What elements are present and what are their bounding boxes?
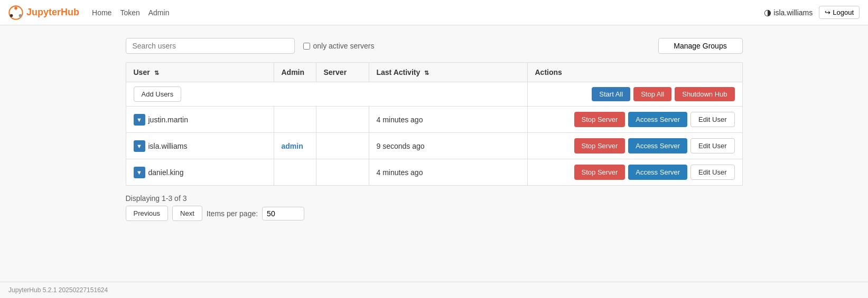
activity-cell-2: 4 minutes ago	[369, 159, 527, 186]
username-1: isla.williams	[148, 142, 188, 150]
pagination-section: Displaying 1-3 of 3 Previous Next Items …	[126, 194, 743, 221]
admin-cell-0	[274, 107, 316, 133]
activity-sort-icon[interactable]: ⇅	[424, 70, 429, 76]
table-row: ▼ isla.williams admin 9 seconds ago Stop…	[126, 133, 742, 159]
user-cell-inner-0: ▼ justin.martin	[134, 114, 266, 126]
add-users-button[interactable]: Add Users	[134, 86, 182, 102]
col-header-activity: Last Activity ⇅	[369, 63, 527, 82]
navbar-right: ◑ isla.williams ↪ Logout	[764, 6, 860, 19]
brand-link[interactable]: JupyterHub	[8, 5, 79, 20]
svg-point-2	[19, 14, 22, 17]
svg-point-1	[14, 6, 17, 9]
col-header-server: Server	[316, 63, 369, 82]
server-cell-0	[316, 107, 369, 133]
toolbar-row: only active servers Manage Groups	[126, 38, 743, 54]
access-server-button-1[interactable]: Access Server	[628, 138, 687, 153]
table-row: ▼ justin.martin 4 minutes ago Stop Serve…	[126, 107, 742, 133]
start-all-button[interactable]: Start All	[592, 87, 630, 101]
previous-button[interactable]: Previous	[126, 206, 169, 221]
username-display: isla.williams	[773, 8, 813, 17]
nav-links: Home Token Admin	[92, 8, 169, 17]
jupyterhub-logo-icon	[8, 5, 23, 20]
search-input[interactable]	[126, 38, 295, 54]
access-server-button-0[interactable]: Access Server	[628, 112, 687, 127]
user-sort-icon[interactable]: ⇅	[154, 70, 159, 76]
display-count: Displaying 1-3 of 3	[126, 194, 743, 203]
manage-groups-label: Manage Groups	[674, 42, 726, 50]
active-servers-filter[interactable]: only active servers	[303, 42, 375, 50]
navbar: JupyterHub Home Token Admin ◑ isla.willi…	[0, 0, 868, 25]
nav-admin[interactable]: Admin	[148, 8, 170, 17]
user-dropdown-btn-1[interactable]: ▼	[134, 140, 145, 152]
server-cell-1	[316, 133, 369, 159]
active-servers-checkbox[interactable]	[303, 43, 310, 50]
admin-badge-1: admin	[282, 142, 303, 150]
logout-button[interactable]: ↪ Logout	[819, 6, 860, 19]
logout-icon: ↪	[825, 8, 830, 16]
edit-user-button-0[interactable]: Edit User	[690, 112, 734, 127]
table-actions-row: Add Users Start All Stop All Shutdown Hu…	[126, 82, 742, 107]
user-cell-1: ▼ isla.williams	[126, 133, 274, 159]
row-actions-2: Stop Server Access Server Edit User	[535, 165, 735, 180]
admin-cell-2	[274, 159, 316, 186]
logout-label: Logout	[833, 8, 854, 16]
row-actions-cell-2: Stop Server Access Server Edit User	[527, 159, 742, 186]
next-button[interactable]: Next	[172, 206, 202, 221]
nav-token[interactable]: Token	[120, 8, 139, 17]
activity-cell-0: 4 minutes ago	[369, 107, 527, 133]
stop-server-button-2[interactable]: Stop Server	[574, 165, 626, 180]
stop-all-button[interactable]: Stop All	[633, 87, 671, 101]
edit-user-button-1[interactable]: Edit User	[690, 138, 734, 153]
edit-user-button-2[interactable]: Edit User	[690, 165, 734, 180]
nav-home[interactable]: Home	[92, 8, 111, 17]
row-actions-cell-0: Stop Server Access Server Edit User	[527, 107, 742, 133]
stop-server-button-0[interactable]: Stop Server	[574, 112, 626, 127]
shutdown-hub-button[interactable]: Shutdown Hub	[675, 87, 734, 101]
row-actions-0: Stop Server Access Server Edit User	[535, 112, 735, 127]
server-cell-2	[316, 159, 369, 186]
user-cell-2: ▼ daniel.king	[126, 159, 274, 186]
activity-cell-1: 9 seconds ago	[369, 133, 527, 159]
user-dropdown-btn-0[interactable]: ▼	[134, 114, 145, 126]
user-cell-0: ▼ justin.martin	[126, 107, 274, 133]
stop-server-button-1[interactable]: Stop Server	[574, 138, 626, 153]
user-cell-inner-1: ▼ isla.williams	[134, 140, 266, 152]
bulk-actions-group: Start All Stop All Shutdown Hub	[535, 87, 735, 101]
circle-half-icon: ◑	[764, 7, 771, 17]
username-2: daniel.king	[148, 168, 184, 177]
row-actions-cell-1: Stop Server Access Server Edit User	[527, 133, 742, 159]
pagination-controls: Previous Next Items per page:	[126, 206, 743, 221]
active-servers-label: only active servers	[313, 42, 375, 50]
admin-cell-1: admin	[274, 133, 316, 159]
row-actions-1: Stop Server Access Server Edit User	[535, 138, 735, 153]
user-cell-inner-2: ▼ daniel.king	[134, 167, 266, 178]
main-content: only active servers Manage Groups User ⇅…	[117, 25, 751, 234]
col-header-actions: Actions	[527, 63, 742, 82]
add-users-cell: Add Users	[126, 82, 527, 107]
col-header-admin: Admin	[274, 63, 316, 82]
table-row: ▼ daniel.king 4 minutes ago Stop Server …	[126, 159, 742, 186]
items-per-page-label: Items per page:	[207, 209, 258, 218]
manage-groups-button[interactable]: Manage Groups	[658, 38, 743, 54]
access-server-button-2[interactable]: Access Server	[628, 165, 687, 180]
user-dropdown-btn-2[interactable]: ▼	[134, 167, 145, 178]
col-header-user: User ⇅	[126, 63, 274, 82]
items-per-page-input[interactable]	[262, 207, 304, 220]
svg-point-3	[10, 14, 13, 17]
users-table: User ⇅ Admin Server Last Activity ⇅ Acti…	[126, 62, 743, 186]
username-0: justin.martin	[148, 116, 188, 124]
brand-name: JupyterHub	[26, 7, 79, 18]
navbar-user: ◑ isla.williams	[764, 7, 813, 17]
bulk-actions-cell: Start All Stop All Shutdown Hub	[527, 82, 742, 107]
